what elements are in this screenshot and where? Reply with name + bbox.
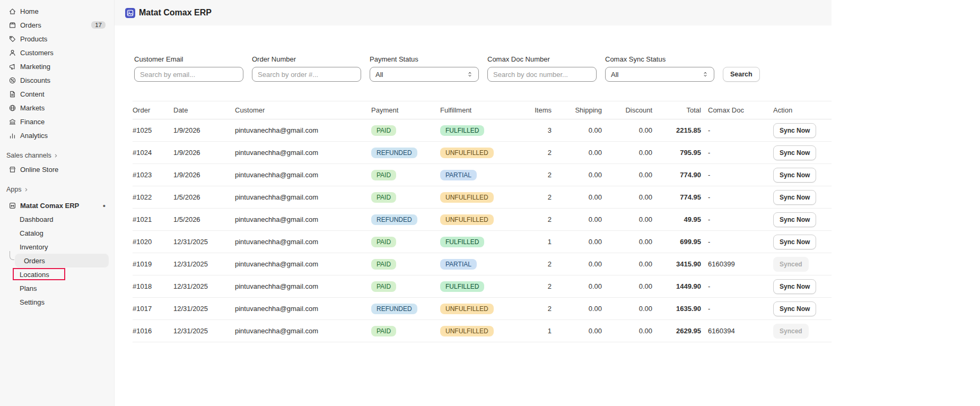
select-caret-icon — [467, 71, 473, 77]
comax-doc-number: - — [701, 231, 766, 253]
sidebar-item-finance[interactable]: Finance — [4, 115, 110, 128]
sidebar-subitem-settings[interactable]: Settings — [4, 295, 110, 309]
shipping-amount: 0.00 — [552, 119, 602, 142]
payment-status-badge: PAID — [371, 326, 396, 336]
content-icon — [8, 90, 16, 98]
search-button[interactable]: Search — [723, 67, 760, 82]
sync-now-button[interactable]: Sync Now — [773, 190, 816, 205]
sync-now-button[interactable]: Sync Now — [773, 301, 816, 316]
sync-now-button[interactable]: Sync Now — [773, 168, 816, 183]
total-amount: 795.95 — [652, 142, 701, 164]
sidebar-item-markets[interactable]: Markets — [4, 101, 110, 115]
items-count: 2 — [509, 164, 552, 186]
payment-status-cell: PAID — [371, 231, 440, 253]
sidebar-item-label: Discounts — [20, 76, 50, 84]
payment-status-badge: REFUNDED — [371, 304, 417, 314]
order-number: #1016 — [133, 320, 173, 342]
sync-now-button[interactable]: Sync Now — [773, 212, 816, 227]
order-date: 1/9/2026 — [173, 164, 235, 186]
order-number-input[interactable] — [252, 67, 361, 82]
comax-sync-status-label: Comax Sync Status — [605, 55, 714, 63]
sales-channels-label: Sales channels — [6, 152, 51, 159]
app-submenu: DashboardCatalogInventoryOrdersLocations… — [0, 212, 114, 309]
fulfillment-status-badge: UNFULFILLED — [440, 214, 494, 225]
sidebar-subitem-orders[interactable]: Orders — [15, 254, 109, 267]
comax-sync-status-select[interactable]: All — [605, 67, 714, 82]
customer-email-label: Customer Email — [134, 55, 243, 63]
customer-email: pintuvanechha@gmail.com — [235, 231, 371, 253]
customer-email: pintuvanechha@gmail.com — [235, 253, 371, 275]
order-number-filter: Order Number — [252, 55, 361, 82]
sidebar-item-home[interactable]: Home — [4, 4, 110, 18]
customer-email-input[interactable] — [134, 67, 243, 82]
apps-header[interactable]: Apps — [4, 186, 110, 193]
app-menu-dot[interactable]: • — [103, 202, 106, 210]
order-number: #1017 — [133, 298, 173, 320]
fulfillment-status-cell: PARTIAL — [440, 253, 509, 275]
comax-doc-number: - — [701, 142, 766, 164]
sidebar-item-marketing[interactable]: Marketing — [4, 59, 110, 73]
discount-amount: 0.00 — [602, 298, 652, 320]
column-header-customer: Customer — [235, 101, 371, 119]
comax-doc-number: - — [701, 298, 766, 320]
sidebar-item-matat-comax-erp[interactable]: Matat Comax ERP • — [4, 198, 110, 212]
customer-email: pintuvanechha@gmail.com — [235, 186, 371, 209]
sidebar-subitem-inventory[interactable]: Inventory — [4, 240, 110, 254]
sidebar-subitem-label: Settings — [20, 298, 45, 306]
shipping-amount: 0.00 — [552, 253, 602, 275]
comax-doc-number: - — [701, 186, 766, 209]
sync-now-button[interactable]: Sync Now — [773, 279, 816, 294]
sync-now-button[interactable]: Sync Now — [773, 235, 816, 249]
discount-amount: 0.00 — [602, 231, 652, 253]
customer-email: pintuvanechha@gmail.com — [235, 142, 371, 164]
sidebar-item-customers[interactable]: Customers — [4, 46, 110, 59]
payment-status-badge: PAID — [371, 170, 396, 180]
sidebar-item-discounts[interactable]: Discounts — [4, 73, 110, 87]
comax-doc-number-label: Comax Doc Number — [487, 55, 597, 63]
app-icon — [8, 202, 16, 210]
table-body: #10251/9/2026pintuvanechha@gmail.comPAID… — [133, 119, 832, 342]
payment-status-cell: PAID — [371, 253, 440, 275]
order-date: 12/31/2025 — [173, 320, 235, 342]
sidebar-subitem-locations[interactable]: Locations — [4, 267, 110, 281]
sidebar-item-online-store[interactable]: Online Store — [4, 162, 110, 176]
fulfillment-status-badge: UNFULFILLED — [440, 326, 494, 336]
sidebar-item-orders[interactable]: Orders17 — [4, 18, 110, 32]
orders-table: OrderDateCustomerPaymentFulfillmentItems… — [133, 101, 832, 342]
page-header: Matat Comax ERP — [115, 0, 832, 25]
comax-doc-number: - — [701, 119, 766, 142]
column-header-total: Total — [652, 101, 701, 119]
fulfillment-status-cell: UNFULFILLED — [440, 142, 509, 164]
sidebar-item-analytics[interactable]: Analytics — [4, 128, 110, 142]
table-row: #101612/31/2025pintuvanechha@gmail.comPA… — [133, 320, 832, 342]
action-cell: Sync Now — [766, 119, 832, 142]
payment-status-select[interactable]: All — [370, 67, 479, 82]
column-header-date: Date — [173, 101, 235, 119]
discount-amount: 0.00 — [602, 320, 652, 342]
comax-doc-number-input[interactable] — [487, 67, 597, 82]
sidebar-item-content[interactable]: Content — [4, 87, 110, 101]
order-number: #1022 — [133, 186, 173, 209]
payment-status-cell: REFUNDED — [371, 209, 440, 231]
table-row: #10231/9/2026pintuvanechha@gmail.comPAID… — [133, 164, 832, 186]
sync-now-button[interactable]: Sync Now — [773, 145, 816, 160]
payment-status-cell: PAID — [371, 186, 440, 209]
sidebar-subitem-plans[interactable]: Plans — [4, 281, 110, 295]
sync-now-button[interactable]: Sync Now — [773, 123, 816, 138]
payment-status-badge: PAID — [371, 281, 396, 292]
customer-email: pintuvanechha@gmail.com — [235, 320, 371, 342]
payment-status-badge: PAID — [371, 192, 396, 203]
sales-channels-header[interactable]: Sales channels — [4, 152, 110, 159]
action-cell: Sync Now — [766, 164, 832, 186]
table-row: #101712/31/2025pintuvanechha@gmail.comRE… — [133, 298, 832, 320]
fulfillment-status-badge: UNFULFILLED — [440, 148, 494, 158]
items-count: 3 — [509, 119, 552, 142]
order-date: 1/9/2026 — [173, 119, 235, 142]
sidebar-item-label: Orders — [20, 21, 41, 29]
sidebar-subitem-catalog[interactable]: Catalog — [4, 226, 110, 240]
fulfillment-status-cell: UNFULFILLED — [440, 320, 509, 342]
sidebar-subitem-dashboard[interactable]: Dashboard — [4, 212, 110, 226]
table-row: #10241/9/2026pintuvanechha@gmail.comREFU… — [133, 142, 832, 164]
payment-status-cell: PAID — [371, 320, 440, 342]
sidebar-item-products[interactable]: Products — [4, 32, 110, 46]
